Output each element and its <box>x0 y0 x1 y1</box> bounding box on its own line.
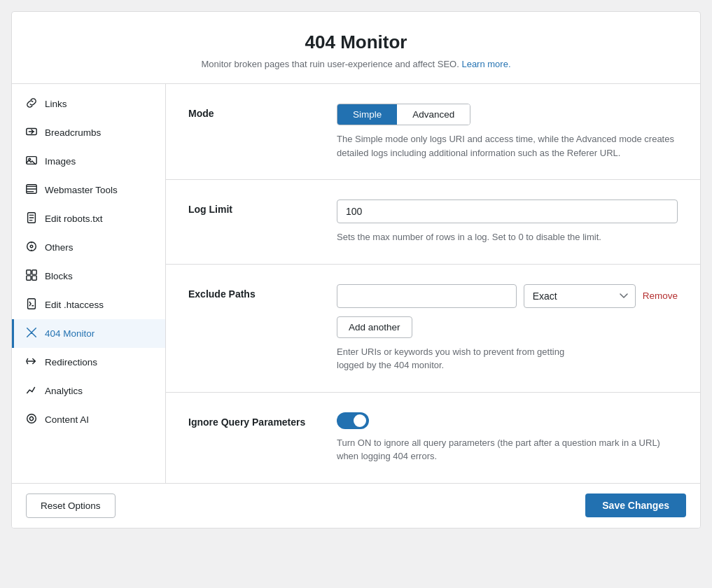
svg-point-6 <box>30 245 33 248</box>
mode-toggle: Simple Advanced <box>337 104 470 125</box>
sidebar-item-blocks[interactable]: Blocks <box>12 262 165 290</box>
sidebar-item-edit-htaccess[interactable]: Edit .htaccess <box>12 290 165 319</box>
sidebar-item-others-label: Others <box>45 242 74 253</box>
sidebar-item-links-label: Links <box>45 99 67 109</box>
sidebar-item-robots-label: Edit robots.txt <box>45 214 103 224</box>
settings-content: Mode Simple Advanced The Simple mode onl… <box>166 84 700 483</box>
svg-rect-11 <box>27 276 31 280</box>
others-icon <box>25 240 38 255</box>
reset-options-button[interactable]: Reset Options <box>26 493 116 518</box>
ignore-query-toggle[interactable] <box>337 412 369 429</box>
sidebar-item-404-label: 404 Monitor <box>45 328 95 339</box>
path-text-input[interactable] <box>337 284 517 308</box>
ignore-query-label: Ignore Query Parameters <box>188 412 314 428</box>
sidebar-item-images-label: Images <box>45 156 76 167</box>
page-title: 404 Monitor <box>26 31 686 53</box>
exclude-paths-help: Enter URIs or keywords you wish to preve… <box>337 345 678 372</box>
learn-more-link[interactable]: Learn more. <box>461 59 510 69</box>
svg-point-5 <box>27 242 36 251</box>
svg-rect-9 <box>27 270 31 274</box>
sidebar-item-breadcrumbs-label: Breadcrumbs <box>45 127 101 138</box>
breadcrumbs-icon <box>25 125 38 140</box>
exclude-paths-section: Exclude Paths Exact Contains Starts With… <box>166 265 700 393</box>
ignore-query-help: Turn ON to ignore all query parameters (… <box>337 436 678 463</box>
sidebar-item-content-ai-label: Content AI <box>45 414 89 425</box>
links-icon <box>25 97 38 111</box>
log-limit-label: Log Limit <box>188 200 314 215</box>
svg-rect-1 <box>27 157 36 164</box>
sidebar-item-breadcrumbs[interactable]: Breadcrumbs <box>12 118 165 147</box>
htaccess-icon <box>25 298 38 312</box>
log-limit-section: Log Limit Sets the max number of rows in… <box>166 180 700 265</box>
advanced-mode-button[interactable]: Advanced <box>397 104 470 125</box>
sidebar-item-links[interactable]: Links <box>12 90 165 118</box>
svg-point-14 <box>27 414 36 424</box>
add-another-button[interactable]: Add another <box>337 316 412 338</box>
sidebar-item-redirections[interactable]: Redirections <box>12 348 165 377</box>
simple-mode-button[interactable]: Simple <box>337 104 397 125</box>
remove-path-link[interactable]: Remove <box>643 290 678 301</box>
sidebar: Links Breadcrumbs <box>12 84 166 483</box>
svg-rect-10 <box>32 270 36 274</box>
page-subtitle: Monitor broken pages that ruin user-expe… <box>26 59 686 69</box>
ignore-query-control: Turn ON to ignore all query parameters (… <box>337 412 678 463</box>
exclude-path-row: Exact Contains Starts With Ends With Reg… <box>337 284 678 308</box>
sidebar-item-analytics[interactable]: Analytics <box>12 377 165 405</box>
sidebar-item-webmaster-tools[interactable]: Webmaster Tools <box>12 176 165 204</box>
sidebar-item-others[interactable]: Others <box>12 233 165 262</box>
mode-control: Simple Advanced The Simple mode only log… <box>337 104 678 160</box>
sidebar-item-images[interactable]: Images <box>12 147 165 176</box>
svg-rect-12 <box>32 276 36 280</box>
log-limit-input[interactable] <box>337 200 678 223</box>
robots-icon <box>25 211 38 226</box>
svg-rect-13 <box>28 299 36 309</box>
log-limit-control: Sets the max number of rows in a log. Se… <box>337 200 678 244</box>
sidebar-item-blocks-label: Blocks <box>45 271 73 281</box>
sidebar-item-analytics-label: Analytics <box>45 386 83 396</box>
sidebar-item-htaccess-label: Edit .htaccess <box>45 300 104 310</box>
toggle-slider <box>337 412 369 429</box>
svg-point-8 <box>31 250 32 251</box>
images-icon <box>25 154 38 169</box>
mode-help: The Simple mode only logs URI and access… <box>337 132 678 160</box>
mode-section: Mode Simple Advanced The Simple mode onl… <box>166 84 700 180</box>
footer-bar: Reset Options Save Changes <box>12 483 700 528</box>
sidebar-item-content-ai[interactable]: Content AI <box>12 405 165 434</box>
page-header: 404 Monitor Monitor broken pages that ru… <box>12 12 700 84</box>
ignore-query-toggle-wrap <box>337 412 678 429</box>
svg-point-7 <box>31 242 32 244</box>
save-changes-button[interactable]: Save Changes <box>585 493 686 517</box>
exclude-paths-control: Exact Contains Starts With Ends With Reg… <box>337 284 678 372</box>
exclude-paths-label: Exclude Paths <box>188 284 314 300</box>
redirections-icon <box>25 355 38 370</box>
sidebar-item-404-monitor[interactable]: 404 Monitor <box>12 319 165 348</box>
mode-label: Mode <box>188 104 314 119</box>
analytics-icon <box>25 384 38 398</box>
match-type-select[interactable]: Exact Contains Starts With Ends With Reg… <box>524 284 636 308</box>
monitor-icon <box>25 326 38 341</box>
webmaster-icon <box>25 183 38 197</box>
sidebar-item-edit-robots[interactable]: Edit robots.txt <box>12 204 165 233</box>
sidebar-item-redirections-label: Redirections <box>45 357 97 368</box>
log-limit-help: Sets the max number of rows in a log. Se… <box>337 230 678 244</box>
blocks-icon <box>25 269 38 284</box>
ignore-query-section: Ignore Query Parameters Turn ON to ignor… <box>166 393 700 483</box>
content-ai-icon <box>25 412 38 427</box>
sidebar-item-webmaster-label: Webmaster Tools <box>45 185 118 195</box>
